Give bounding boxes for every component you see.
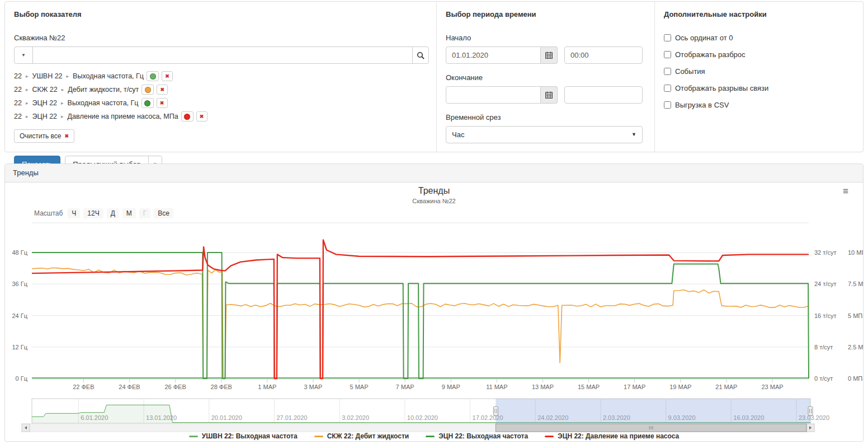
chevron-down-icon: ▼ — [631, 127, 636, 143]
navigator-selection[interactable] — [496, 399, 810, 423]
selected-parameter-row: 22▸УШВН 22▸Выходная частота, Гц✖ — [14, 71, 427, 82]
parameter-section-title: Выбор показателя — [14, 10, 427, 18]
range-button-Д[interactable]: Д — [107, 208, 119, 218]
start-date-calendar-button[interactable] — [541, 46, 558, 64]
y-axis-left-label: 24 Гц — [12, 312, 27, 319]
series-color-button[interactable] — [147, 71, 159, 81]
series-color-button[interactable] — [181, 111, 194, 121]
legend-item[interactable]: СКЖ 22: Дебит жидкости — [314, 432, 409, 440]
breadcrumb-arrow-icon: ▸ — [60, 100, 65, 106]
trends-panel-header: Тренды — [5, 164, 863, 183]
x-axis-label: 19 МАР — [669, 384, 691, 390]
x-axis-label: 17 МАР — [624, 384, 645, 390]
y-axis-left-label: 48 Гц — [12, 249, 27, 256]
x-axis-label: 5 МАР — [350, 384, 369, 390]
x-axis-label: 22 ФЕВ — [73, 384, 94, 390]
selection-form-panel: Выбор показателя Скважина №22 ▼ 22▸УШВН … — [4, 1, 864, 152]
y-axis-flow-label: 24 т/сут — [814, 281, 836, 287]
x-axis-label: 15 МАР — [578, 384, 600, 390]
x-axis-label: 11 МАР — [486, 384, 507, 390]
start-label: Начало — [446, 34, 645, 42]
y-axis-flow-label: 0 т/сут — [814, 375, 833, 382]
parameter-path-part: Давление на приеме насоса, МПа — [68, 113, 178, 120]
start-date-row — [446, 46, 645, 64]
end-date-calendar-button[interactable] — [541, 86, 558, 104]
navigator-date-label: 3.02.2020 — [342, 414, 369, 421]
navigator-date-label: 10.02.2020 — [407, 414, 438, 421]
parameter-column: Выбор показателя Скважина №22 ▼ 22▸УШВН … — [5, 2, 437, 152]
breadcrumb-arrow-icon: ▸ — [25, 114, 30, 119]
chart-body: 48 Гц36 Гц24 Гц12 Гц0 Гц32 т/сут10 МПа24… — [5, 183, 863, 441]
legend-item[interactable]: ЭЦН 22: Выходная частота — [426, 432, 528, 440]
navigator-date-label: 20.01.2020 — [211, 414, 242, 421]
parameter-path-part: 22 — [14, 72, 22, 80]
series-color-dot — [144, 100, 150, 106]
well-label: Скважина №22 — [14, 34, 427, 42]
end-time-input[interactable] — [564, 86, 643, 104]
time-slice-select[interactable]: Час ▼ — [446, 126, 643, 143]
y-axis-flow-label: 32 т/сут — [814, 249, 836, 256]
y-axis-pressure-label: 2.5 МПа — [848, 344, 863, 350]
legend-marker — [426, 436, 435, 437]
chevron-down-icon: ▼ — [21, 53, 26, 58]
navigator-right-handle[interactable] — [808, 406, 813, 415]
series-color-dot — [150, 73, 156, 80]
series-color-button[interactable] — [141, 98, 154, 108]
range-button-Все[interactable]: Все — [154, 208, 173, 218]
hamburger-menu-icon[interactable]: ≡ — [843, 187, 854, 197]
parameter-path-part: 22 — [14, 113, 22, 120]
legend-label: УШВН 22: Выходная частота — [202, 432, 298, 440]
range-button-12Ч[interactable]: 12Ч — [83, 208, 103, 218]
period-section-title: Выбор периода времени — [446, 10, 645, 18]
settings-checkbox-label: Отображать разброс — [675, 50, 746, 59]
clear-all-label: Очистить все — [20, 132, 61, 140]
end-date-input[interactable] — [446, 86, 541, 104]
series-color-button[interactable] — [141, 85, 154, 95]
y-axis-left-label: 12 Гц — [12, 344, 27, 350]
settings-checkbox[interactable] — [664, 101, 671, 109]
navigator-left-handle[interactable] — [493, 406, 498, 415]
chart-title: Тренды — [5, 186, 863, 196]
settings-checkbox[interactable] — [664, 34, 671, 41]
trend-chart[interactable]: 48 Гц36 Гц24 Гц12 Гц0 Гц32 т/сут10 МПа24… — [5, 183, 863, 432]
settings-checkbox[interactable] — [664, 68, 671, 75]
legend-marker — [545, 436, 554, 437]
settings-checkbox[interactable] — [664, 51, 671, 58]
x-axis-label: 3 МАР — [304, 384, 322, 390]
series-color-dot — [145, 87, 151, 93]
parameter-search-input[interactable] — [32, 46, 413, 64]
calendar-icon — [545, 52, 553, 59]
start-date-input[interactable] — [446, 46, 541, 64]
legend-item[interactable]: УШВН 22: Выходная частота — [189, 432, 298, 440]
parameter-path-part: 22 — [14, 86, 22, 94]
breadcrumb-arrow-icon: ▸ — [25, 100, 30, 106]
legend-label: СКЖ 22: Дебит жидкости — [327, 432, 409, 440]
breadcrumb-arrow-icon: ▸ — [25, 87, 30, 92]
parameter-dropdown-button[interactable]: ▼ — [14, 46, 33, 64]
clear-all-button[interactable]: Очистить все ✖ — [14, 129, 74, 143]
settings-checkbox-row: Ось ординат от 0 — [664, 34, 854, 42]
remove-parameter-button[interactable]: ✖ — [162, 71, 173, 81]
range-button-М[interactable]: М — [122, 208, 136, 218]
search-button[interactable] — [412, 46, 429, 64]
parameter-search-group: ▼ — [14, 46, 429, 64]
selected-parameter-row: 22▸ЭЦН 22▸Выходная частота, Гц✖ — [14, 97, 427, 109]
remove-parameter-button[interactable]: ✖ — [196, 111, 207, 121]
settings-checkbox-row: Отображать разброс — [664, 50, 854, 59]
range-button-Ч[interactable]: Ч — [68, 208, 80, 218]
y-axis-pressure-label: 7.5 МПа — [848, 281, 863, 287]
x-axis-label: 7 МАР — [396, 384, 414, 390]
period-column: Выбор периода времени Начало Окончание В… — [437, 2, 655, 152]
legend-marker — [314, 436, 323, 437]
parameter-path-part: СКЖ 22 — [32, 86, 57, 94]
y-axis-flow-label: 8 т/сут — [814, 344, 833, 350]
calendar-icon — [545, 91, 553, 99]
start-time-input[interactable] — [564, 46, 643, 64]
x-axis-label: 1 МАР — [258, 384, 276, 390]
remove-parameter-button[interactable]: ✖ — [157, 98, 168, 108]
settings-checkbox[interactable] — [664, 85, 671, 92]
series-flow — [32, 268, 809, 378]
remove-parameter-button[interactable]: ✖ — [157, 85, 168, 95]
legend-item[interactable]: ЭЦН 22: Давление на приеме насоса — [545, 432, 679, 440]
parameter-path-part: Дебит жидкости, т/сут — [68, 86, 139, 94]
